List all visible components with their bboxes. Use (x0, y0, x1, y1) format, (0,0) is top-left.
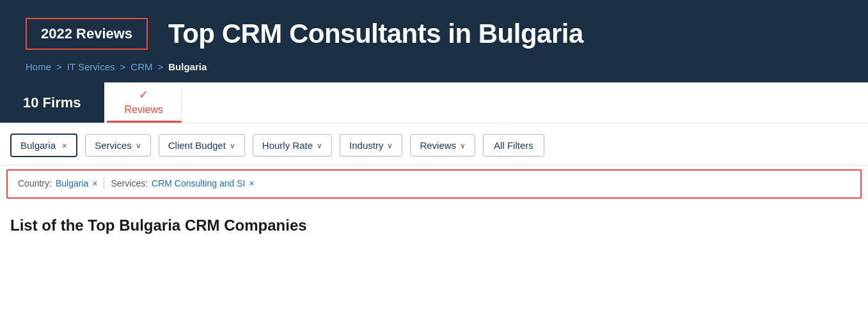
hourly-rate-label: Hourly Rate (262, 140, 313, 151)
services-tag-value: CRM Consulting and SI (152, 178, 245, 188)
tab-reviews-label: Reviews (125, 104, 163, 116)
industry-label: Industry (349, 140, 383, 151)
tag-separator (104, 177, 104, 190)
services-tag-close[interactable]: × (249, 178, 254, 188)
list-heading: List of the Top Bulgaria CRM Companies (10, 217, 858, 234)
tab-area: ✓ Reviews (104, 82, 184, 123)
client-budget-filter[interactable]: Client Budget ∨ (159, 134, 245, 157)
filters-row: Bulgaria × Services ∨ Client Budget ∨ Ho… (0, 123, 868, 165)
reviews-check-icon: ✓ (139, 88, 148, 102)
reviews-chevron-icon: ∨ (460, 141, 466, 150)
services-tag-label: Services: (111, 178, 148, 188)
tabs-row: 10 Firms ✓ Reviews (0, 82, 868, 123)
page-title: Top CRM Consultants in Bulgaria (168, 19, 583, 49)
hourly-rate-chevron-icon: ∨ (317, 141, 322, 150)
tab-reviews[interactable]: ✓ Reviews (107, 82, 181, 123)
hourly-rate-filter[interactable]: Hourly Rate ∨ (253, 134, 332, 157)
reviews-filter[interactable]: Reviews ∨ (410, 134, 475, 157)
breadcrumb-home[interactable]: Home (26, 61, 51, 72)
country-filter-close[interactable]: × (62, 141, 67, 151)
page-header: 2022 Reviews Top CRM Consultants in Bulg… (0, 0, 868, 61)
breadcrumb-separator-2: > (120, 61, 126, 72)
services-chevron-icon: ∨ (136, 141, 141, 150)
services-filter-label: Services (95, 140, 132, 151)
breadcrumb-it-services[interactable]: IT Services (67, 61, 115, 72)
services-filter[interactable]: Services ∨ (85, 134, 151, 157)
active-filters-row: Country: Bulgaria × Services: CRM Consul… (6, 169, 862, 199)
breadcrumb-current: Bulgaria (168, 61, 207, 72)
reviews-badge: 2022 Reviews (26, 18, 148, 50)
services-active-tag: Services: CRM Consulting and SI × (111, 178, 254, 188)
country-active-tag: Country: Bulgaria × (18, 178, 97, 188)
tab-divider (181, 88, 182, 118)
client-budget-chevron-icon: ∨ (230, 141, 235, 150)
client-budget-label: Client Budget (168, 140, 226, 151)
country-filter-label: Bulgaria (20, 140, 56, 151)
breadcrumb-separator-1: > (56, 61, 62, 72)
breadcrumb-crm[interactable]: CRM (130, 61, 152, 72)
breadcrumb-separator-3: > (157, 61, 163, 72)
all-filters-button[interactable]: All Filters (483, 134, 544, 157)
list-heading-section: List of the Top Bulgaria CRM Companies (0, 203, 868, 240)
country-filter[interactable]: Bulgaria × (10, 134, 77, 157)
industry-chevron-icon: ∨ (387, 141, 393, 150)
industry-filter[interactable]: Industry ∨ (340, 134, 402, 157)
firms-count: 10 Firms (0, 82, 104, 123)
reviews-filter-label: Reviews (420, 140, 456, 151)
country-tag-close[interactable]: × (92, 178, 97, 188)
country-tag-label: Country: (18, 178, 52, 188)
country-tag-value: Bulgaria (56, 178, 88, 188)
breadcrumb: Home > IT Services > CRM > Bulgaria (0, 61, 868, 82)
